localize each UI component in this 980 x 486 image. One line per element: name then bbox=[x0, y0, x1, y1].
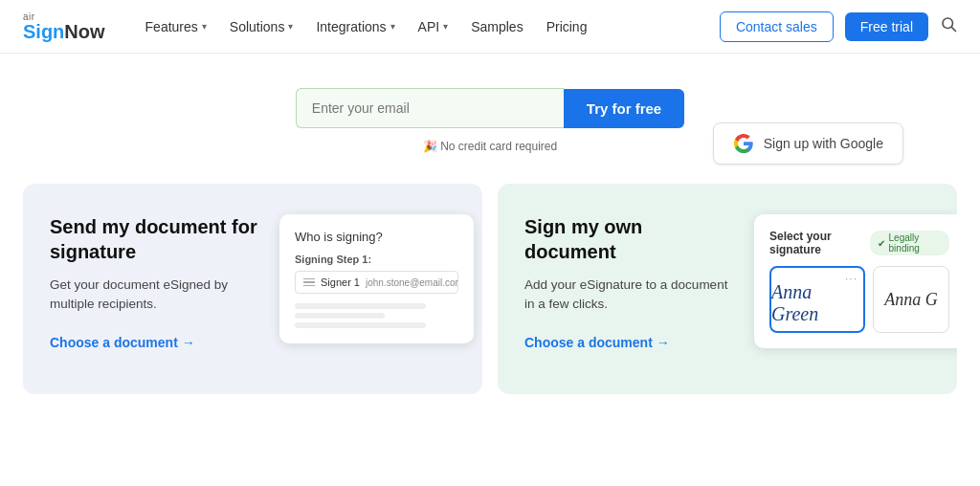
logo[interactable]: air SignNow bbox=[23, 12, 105, 41]
free-trial-button[interactable]: Free trial bbox=[845, 12, 928, 41]
no-credit-text: 🎉 No credit card required bbox=[423, 140, 557, 153]
svg-line-1 bbox=[951, 27, 955, 31]
placeholder-line bbox=[295, 322, 426, 328]
logo-signnow: SignNow bbox=[23, 22, 105, 41]
signature-option-1[interactable]: ··· Anna Green bbox=[769, 266, 865, 333]
chevron-down-icon: ▾ bbox=[443, 21, 448, 32]
google-signup-button[interactable]: Sign up with Google bbox=[713, 122, 903, 165]
card-desc-sign: Add your eSignature to a document in a f… bbox=[524, 276, 735, 315]
contact-sales-button[interactable]: Contact sales bbox=[720, 11, 834, 42]
signing-widget: Who is signing? Signing Step 1: Signer 1… bbox=[279, 214, 474, 343]
sign-document-card: Sign my own document Add your eSignature… bbox=[498, 184, 957, 394]
sig-options: ··· Anna Green Anna G bbox=[769, 266, 949, 333]
google-signup-label: Sign up with Google bbox=[764, 136, 883, 151]
nav-samples[interactable]: Samples bbox=[461, 13, 532, 40]
hero: Try for free 🎉 No credit card required bbox=[273, 54, 707, 172]
send-document-card: Send my document for signature Get your … bbox=[23, 184, 482, 394]
search-icon[interactable] bbox=[940, 15, 957, 37]
widget-lines bbox=[295, 303, 458, 328]
chevron-down-icon: ▾ bbox=[288, 21, 293, 32]
card-title-send: Send my document for signature bbox=[50, 214, 260, 264]
google-icon bbox=[733, 133, 754, 154]
signing-who-title: Who is signing? bbox=[295, 230, 458, 244]
card-text-sign: Sign my own document Add your eSignature… bbox=[524, 214, 735, 351]
card-text-send: Send my document for signature Get your … bbox=[50, 214, 260, 351]
checkmark-icon: ✔ bbox=[878, 238, 885, 249]
legally-binding-badge: ✔ Legally binding bbox=[870, 231, 949, 255]
chevron-down-icon: ▾ bbox=[390, 21, 395, 32]
placeholder-line bbox=[295, 303, 426, 309]
card-visual-sign: Select your signature ✔ Legally binding … bbox=[754, 214, 957, 348]
hero-container: Try for free 🎉 No credit card required S… bbox=[0, 54, 980, 172]
nav-items: Features ▾ Solutions ▾ Integrations ▾ AP… bbox=[136, 13, 712, 40]
nav-api[interactable]: API ▾ bbox=[409, 13, 458, 40]
more-options-icon: ··· bbox=[845, 272, 858, 285]
sig-header: Select your signature ✔ Legally binding bbox=[769, 230, 949, 256]
email-input[interactable] bbox=[296, 88, 564, 128]
placeholder-line bbox=[295, 313, 385, 319]
sig-title: Select your signature bbox=[769, 230, 870, 256]
chevron-down-icon: ▾ bbox=[202, 21, 207, 32]
nav-pricing[interactable]: Pricing bbox=[537, 13, 597, 40]
signer-name: Signer 1 bbox=[321, 276, 360, 288]
email-row: Try for free bbox=[296, 88, 684, 128]
signature-option-2[interactable]: Anna G bbox=[873, 266, 949, 333]
navbar: air SignNow Features ▾ Solutions ▾ Integ… bbox=[0, 0, 980, 54]
drag-handle-icon bbox=[303, 278, 315, 287]
try-for-free-button[interactable]: Try for free bbox=[564, 89, 684, 128]
nav-integrations[interactable]: Integrations ▾ bbox=[306, 13, 404, 40]
signature-cursive-1: Anna Green bbox=[771, 281, 863, 325]
signature-cursive-2: Anna G bbox=[884, 290, 938, 310]
nav-right: Contact sales Free trial bbox=[720, 11, 957, 42]
signer-email: john.stone@email.cor bbox=[366, 277, 458, 288]
nav-features[interactable]: Features ▾ bbox=[136, 13, 216, 40]
card-link-send[interactable]: Choose a document → bbox=[50, 335, 195, 350]
signer-row: Signer 1 john.stone@email.cor bbox=[295, 271, 458, 294]
signing-step-label: Signing Step 1: bbox=[295, 254, 458, 265]
signature-widget: Select your signature ✔ Legally binding … bbox=[754, 214, 957, 348]
cards-section: Send my document for signature Get your … bbox=[0, 172, 980, 417]
card-visual-send: Who is signing? Signing Step 1: Signer 1… bbox=[279, 214, 474, 343]
card-link-sign[interactable]: Choose a document → bbox=[524, 335, 670, 350]
card-title-sign: Sign my own document bbox=[524, 214, 735, 264]
card-desc-send: Get your document eSigned by multiple re… bbox=[50, 276, 260, 315]
nav-solutions[interactable]: Solutions ▾ bbox=[220, 13, 303, 40]
